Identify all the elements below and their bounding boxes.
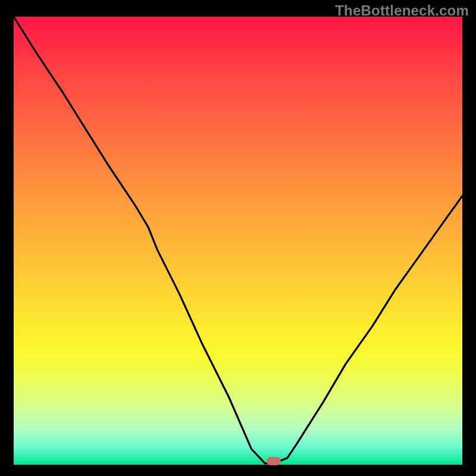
- watermark-text: TheBottleneck.com: [335, 2, 469, 19]
- chart-frame: TheBottleneck.com: [0, 0, 476, 476]
- bottleneck-curve: [14, 17, 462, 465]
- curve-path: [14, 17, 462, 464]
- optimal-point-marker: [267, 457, 281, 465]
